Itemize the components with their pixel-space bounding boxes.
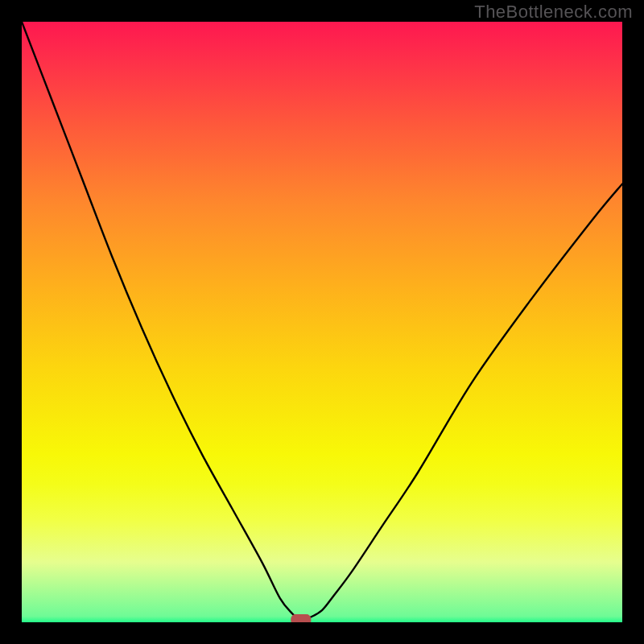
plot-area	[22, 22, 622, 622]
bottleneck-curve	[22, 22, 622, 619]
minimum-marker	[291, 615, 311, 622]
chart-frame: TheBottleneck.com	[0, 0, 644, 644]
watermark-text: TheBottleneck.com	[474, 2, 633, 23]
curve-layer	[22, 22, 622, 622]
